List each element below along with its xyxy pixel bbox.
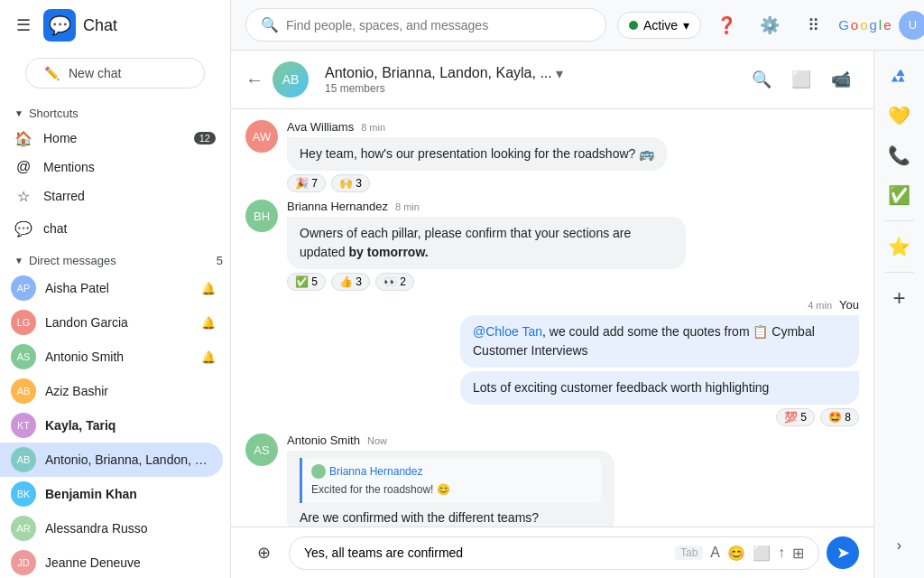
message-time: Now [367,435,387,446]
google-o1: o [851,17,858,33]
settings-button[interactable]: ⚙️ [752,7,788,43]
search-box[interactable]: 🔍 [245,8,606,42]
group-avatar-img: AB [273,61,309,98]
bell-icon: 🔔 [201,350,216,364]
message-header: Ava Williams 8 min [287,120,667,134]
dm-item-benjamin[interactable]: BK Benjamin Khan [0,477,223,511]
more-options-icon[interactable]: ⊞ [792,545,804,562]
star-panel-icon[interactable]: ⭐ [882,228,918,265]
message-bubble-2: Lots of exciting customer feedback worth… [460,371,859,405]
active-status-button[interactable]: Active ▾ [617,12,701,39]
dm-name: Antonio, Brianna, Landon, Kayla... [45,452,216,467]
dm-name: Kayla, Tariq [45,418,216,433]
topbar-right: Active ▾ ❓ ⚙️ ⠿ Google U [617,7,924,43]
google-g2: g [869,17,876,33]
messages-area: AW Ava Williams 8 min Hey team, how's ou… [231,109,873,527]
home-label: Home [43,131,194,145]
dm-item-landon[interactable]: LG Landon Garcia 🔔 [0,305,223,340]
reactions: ✅ 5 👍 3 👀 2 [287,273,686,291]
chat-header-actions: 🔍 ⬜ 📹 [744,61,859,98]
app-logo: 💬 [43,9,76,42]
reaction[interactable]: 🤩 8 [820,408,859,426]
search-input[interactable] [286,18,591,33]
add-attachment-button[interactable]: ⊕ [245,535,282,571]
avatar: AB [11,447,36,472]
phone-icon[interactable]: 📞 [882,137,918,173]
message-input-box[interactable]: Tab A 😊 ⬜ ↑ ⊞ [289,536,819,570]
send-button[interactable]: ➤ [827,536,859,569]
apps-button[interactable]: ⠿ [795,7,831,43]
chevron-down-icon: ▼ [14,108,23,118]
dm-name: Antonio Smith [45,350,198,364]
dm-item-aziz[interactable]: AB Aziz Bashir [0,374,223,408]
dm-item-aisha[interactable]: AP Aisha Patel 🔔 [0,271,223,305]
pencil-icon: ✏️ [44,66,60,80]
video-button[interactable]: ⬜ [783,61,819,98]
quoted-text: Excited for the roadshow! 😊 [311,481,593,498]
emoji-icon[interactable]: 😊 [727,545,745,562]
dm-item-kayla[interactable]: KT Kayla, Tariq [0,408,223,443]
call-button[interactable]: 📹 [823,61,859,98]
dm-name: Landon Garcia [45,315,198,330]
message-input[interactable] [304,545,668,560]
avatar: AR [11,516,36,541]
dm-item-antonio[interactable]: AS Antonio Smith 🔔 [0,340,223,374]
sidebar-header: ☰ 💬 Chat [0,0,230,51]
menu-icon[interactable]: ☰ [11,10,36,41]
avatar: LG [11,310,36,335]
chat-subtitle: 15 members [325,82,735,95]
direct-messages-section-header[interactable]: ▼ Direct messages 5 [0,250,230,271]
avatar: AS [11,344,36,369]
message-sender: Antonio Smith [287,434,360,447]
drive-icon[interactable] [882,58,918,94]
message-content: Brianna Hernandez 8 min Owners of each p… [287,200,686,291]
keep-icon[interactable]: 💛 [882,98,918,134]
reaction[interactable]: 👀 2 [375,273,414,291]
group-avatar: AB [273,61,309,98]
back-button[interactable]: ← [245,70,263,90]
tasks-icon[interactable]: ✅ [882,177,918,213]
message-time: 8 min [395,201,420,212]
topbar: 🔍 Active ▾ ❓ ⚙️ ⠿ Google U [231,0,924,51]
message-header: Antonio Smith Now [287,434,614,447]
avatar: AB [11,378,36,404]
dm-item-group-active[interactable]: AB Antonio, Brianna, Landon, Kayla... [0,443,223,477]
mention-icon[interactable]: ⬜ [753,545,771,562]
chevron-down-icon[interactable]: ▾ [556,65,563,82]
search-in-chat-button[interactable]: 🔍 [744,61,780,98]
reaction[interactable]: ✅ 5 [287,273,326,291]
chat-header: ← AB Antonio, Brianna, Landon, Kayla, ..… [231,51,873,109]
bell-icon: 🔔 [201,282,216,295]
google-logo[interactable]: Google [838,17,891,33]
shortcuts-section-header[interactable]: ▼ Shortcuts [0,103,230,124]
home-badge: 12 [194,132,216,144]
dm-item-alessandra[interactable]: AR Alessandra Russo [0,511,223,545]
expand-icon[interactable]: › [882,527,918,564]
reaction[interactable]: 🎉 7 [287,174,326,192]
format-text-icon[interactable]: A [710,545,720,561]
reaction[interactable]: 👍 3 [331,273,370,291]
app-title: Chat [83,16,117,35]
upload-icon[interactable]: ↑ [778,545,785,561]
avatar: AS [245,434,278,466]
message-row: AS Antonio Smith Now Brianna Hernandez [245,434,859,527]
sidebar-item-mentions[interactable]: @ Mentions [0,153,223,182]
sidebar-item-home[interactable]: 🏠 Home 12 [0,124,223,153]
reaction[interactable]: 💯 5 [776,408,815,426]
chat-header-info: Antonio, Brianna, Landon, Kayla, ... ▾ 1… [325,65,735,95]
new-chat-button[interactable]: ✏️ New chat [25,58,205,89]
shortcuts-label: Shortcuts [29,107,79,120]
message-time: 8 min [361,122,385,133]
quoted-message: Brianna Hernandez Excited for the roadsh… [300,458,602,503]
message-sender: Ava Williams [287,120,354,134]
dm-item-jeanne[interactable]: JD Jeanne Deneuve [0,545,223,578]
add-panel-icon[interactable]: + [882,280,918,316]
sidebar-item-chat[interactable]: 💬 chat [0,214,223,243]
sidebar-item-starred[interactable]: ☆ Starred [0,182,223,210]
help-button[interactable]: ❓ [708,7,744,43]
message-content: You 4 min @Chloe Tan, we could add some … [460,298,859,426]
home-icon: 🏠 [14,129,32,147]
reaction[interactable]: 🙌 3 [331,174,370,192]
message-sender: Brianna Hernandez [287,200,388,213]
user-avatar[interactable]: U [899,11,924,40]
